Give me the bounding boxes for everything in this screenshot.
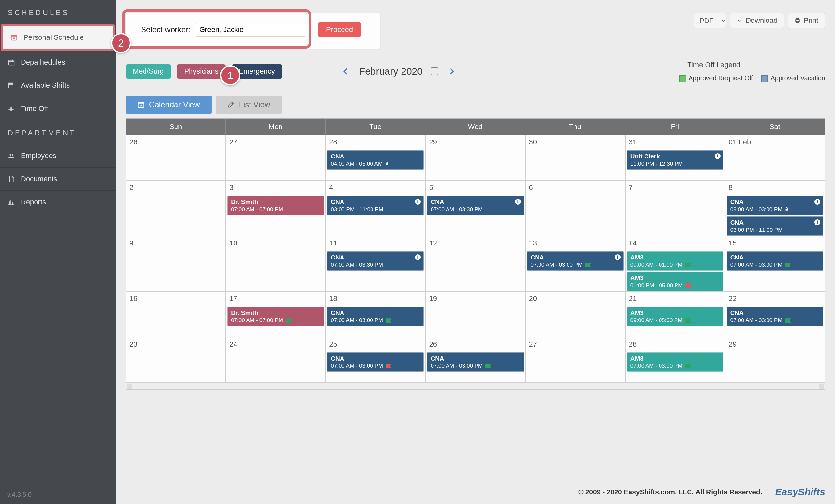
event-title: CNA bbox=[430, 355, 520, 362]
calendar-cell[interactable]: 01 Feb bbox=[725, 135, 825, 181]
info-icon[interactable]: i bbox=[615, 254, 621, 260]
info-icon[interactable]: i bbox=[515, 199, 521, 205]
prev-month-button[interactable] bbox=[340, 66, 351, 77]
calendar-cell[interactable]: 13CNA07:00 AM - 03:00 PMi bbox=[526, 236, 625, 291]
shift-event[interactable]: CNA07:00 AM - 03:00 PM bbox=[327, 307, 424, 326]
calendar-cell[interactable]: 31Unit Clerk11:00 PM - 12:30 PMi bbox=[625, 135, 725, 181]
calendar-cell[interactable]: 3Dr. Smith07:00 AM - 07:00 PM bbox=[226, 181, 326, 236]
calendar-cell[interactable]: 2 bbox=[126, 181, 226, 236]
proceed-button[interactable]: Proceed bbox=[318, 22, 361, 37]
calendar-cell[interactable]: 5CNA07:00 AM - 03:30 PMi bbox=[425, 181, 525, 236]
pdf-select[interactable]: PDF bbox=[694, 13, 726, 28]
calendar-cell[interactable]: 19 bbox=[425, 291, 525, 337]
calendar-x-icon bbox=[10, 33, 18, 42]
calendar-cell[interactable]: 8CNA09:00 AM - 03:00 PMiCNA03:00 PM - 11… bbox=[725, 181, 825, 236]
shift-event[interactable]: CNA07:00 AM - 03:30 PMi bbox=[427, 196, 524, 215]
sidebar-item-employees[interactable]: Employees bbox=[0, 144, 116, 168]
datepicker-icon[interactable] bbox=[430, 67, 439, 75]
shift-event[interactable]: CNA03:00 PM - 11:00 PMi bbox=[727, 216, 823, 236]
shift-event[interactable]: Dr. Smith07:00 AM - 07:00 PM bbox=[227, 307, 324, 326]
calendar-cell[interactable]: 7 bbox=[625, 181, 725, 236]
shift-event[interactable]: AM307:00 AM - 03:00 PM bbox=[627, 352, 724, 372]
day-header: Sun bbox=[126, 119, 226, 135]
calendar-cell[interactable]: 10 bbox=[226, 236, 326, 291]
shift-event[interactable]: CNA07:00 AM - 03:00 PMi bbox=[527, 251, 624, 271]
flag-green-icon bbox=[685, 318, 691, 323]
calendar-view-button[interactable]: Calendar View bbox=[126, 96, 212, 114]
calendar-cell[interactable]: 14AM309:00 AM - 01:00 PMAM301:00 PM - 05… bbox=[625, 236, 725, 291]
sidebar-item-time-off[interactable]: Time Off bbox=[0, 97, 116, 120]
day-number: 27 bbox=[529, 340, 537, 349]
calendar-cell[interactable]: 23 bbox=[126, 337, 226, 383]
shift-event[interactable]: CNA07:00 AM - 03:30 PMi bbox=[327, 251, 424, 271]
print-button[interactable]: Print bbox=[788, 13, 825, 28]
shift-event[interactable]: Unit Clerk11:00 PM - 12:30 PMi bbox=[627, 150, 724, 169]
calendar-cell[interactable]: 11CNA07:00 AM - 03:30 PMi bbox=[326, 236, 425, 291]
horizontal-scrollbar[interactable] bbox=[126, 383, 825, 390]
sidebar-item-documents[interactable]: Documents bbox=[0, 168, 116, 191]
calendar-cell[interactable]: 28CNA04:00 AM - 05:00 AM bbox=[326, 135, 425, 181]
event-title: AM3 bbox=[631, 355, 720, 362]
calendar-cell[interactable]: 27 bbox=[526, 337, 625, 383]
shift-event[interactable]: CNA09:00 AM - 03:00 PMi bbox=[727, 196, 823, 215]
info-icon[interactable]: i bbox=[814, 219, 820, 225]
calendar-cell[interactable]: 26CNA07:00 AM - 03:00 PM bbox=[425, 337, 525, 383]
day-header: Thu bbox=[526, 119, 625, 135]
calendar-cell[interactable]: 20 bbox=[526, 291, 625, 337]
worker-input[interactable] bbox=[195, 23, 306, 37]
dept-tab-medsurg[interactable]: Med/Surg bbox=[126, 64, 171, 79]
shift-event[interactable]: CNA07:00 AM - 03:00 PM bbox=[327, 352, 424, 372]
calendar-cell[interactable]: 25CNA07:00 AM - 03:00 PM bbox=[326, 337, 425, 383]
sidebar-item-available-shifts[interactable]: Available Shifts bbox=[0, 74, 116, 97]
calendar-cell[interactable]: 29 bbox=[425, 135, 525, 181]
download-button[interactable]: Download bbox=[730, 13, 785, 28]
day-number: 22 bbox=[729, 294, 736, 303]
dept-tab-physicians[interactable]: Physicians bbox=[177, 64, 225, 79]
sidebar-item-dept-schedules[interactable]: Depa hedules bbox=[0, 51, 116, 74]
day-number: 5 bbox=[429, 184, 433, 192]
day-header: Fri bbox=[625, 119, 725, 135]
sidebar-item-reports[interactable]: Reports bbox=[0, 191, 116, 214]
day-number: 3 bbox=[229, 184, 233, 192]
shift-event[interactable]: AM309:00 AM - 01:00 PM bbox=[627, 251, 724, 271]
info-icon[interactable]: i bbox=[814, 199, 820, 205]
event-time: 09:00 AM - 01:00 PM bbox=[631, 261, 720, 268]
calendar-cell[interactable]: 22CNA07:00 AM - 03:00 PM bbox=[725, 291, 825, 337]
shift-event[interactable]: AM301:00 PM - 05:00 PM bbox=[627, 272, 724, 291]
calendar-cell[interactable]: 12 bbox=[425, 236, 525, 291]
calendar-cell[interactable]: 16 bbox=[126, 291, 226, 337]
day-number: 29 bbox=[729, 340, 736, 349]
event-title: CNA bbox=[531, 254, 620, 261]
calendar-cell[interactable]: 27 bbox=[226, 135, 326, 181]
next-month-button[interactable] bbox=[446, 66, 457, 77]
shift-event[interactable]: CNA04:00 AM - 05:00 AM bbox=[327, 150, 424, 169]
shift-event[interactable]: CNA07:00 AM - 03:00 PM bbox=[727, 307, 823, 326]
shift-event[interactable]: AM309:00 AM - 05:00 PM bbox=[627, 307, 724, 326]
calendar-cell[interactable]: 4CNA03:00 PM - 11:00 PMi bbox=[326, 181, 425, 236]
calendar-cell[interactable]: 15CNA07:00 AM - 03:00 PM bbox=[725, 236, 825, 291]
day-number: 25 bbox=[329, 340, 337, 349]
info-icon[interactable]: i bbox=[715, 153, 720, 159]
calendar-cell[interactable]: 24 bbox=[226, 337, 326, 383]
event-title: CNA bbox=[730, 198, 820, 206]
day-number: 28 bbox=[629, 340, 637, 349]
calendar-cell[interactable]: 17Dr. Smith07:00 AM - 07:00 PM bbox=[226, 291, 326, 337]
calendar-cell[interactable]: 9 bbox=[126, 236, 226, 291]
calendar-cell[interactable]: 21AM309:00 AM - 05:00 PM bbox=[625, 291, 725, 337]
calendar-cell[interactable]: 26 bbox=[126, 135, 226, 181]
sidebar: SCHEDULES Personal Schedule Depa hedules… bbox=[0, 0, 116, 504]
list-view-button[interactable]: List View bbox=[216, 96, 282, 114]
calendar-cell[interactable]: 29 bbox=[725, 337, 825, 383]
section-schedules: SCHEDULES bbox=[0, 0, 116, 24]
shift-event[interactable]: CNA07:00 AM - 03:00 PM bbox=[727, 251, 823, 271]
shift-event[interactable]: CNA03:00 PM - 11:00 PMi bbox=[327, 196, 424, 215]
calendar-check-icon bbox=[137, 101, 144, 108]
calendar-cell[interactable]: 18CNA07:00 AM - 03:00 PM bbox=[326, 291, 425, 337]
calendar-cell[interactable]: 6 bbox=[526, 181, 625, 236]
sidebar-item-personal-schedule[interactable]: Personal Schedule bbox=[1, 24, 115, 51]
calendar-cell[interactable]: 28AM307:00 AM - 03:00 PM bbox=[625, 337, 725, 383]
svg-rect-7 bbox=[138, 103, 144, 108]
calendar-cell[interactable]: 30 bbox=[526, 135, 625, 181]
shift-event[interactable]: Dr. Smith07:00 AM - 07:00 PM bbox=[227, 196, 324, 215]
shift-event[interactable]: CNA07:00 AM - 03:00 PM bbox=[427, 352, 524, 372]
